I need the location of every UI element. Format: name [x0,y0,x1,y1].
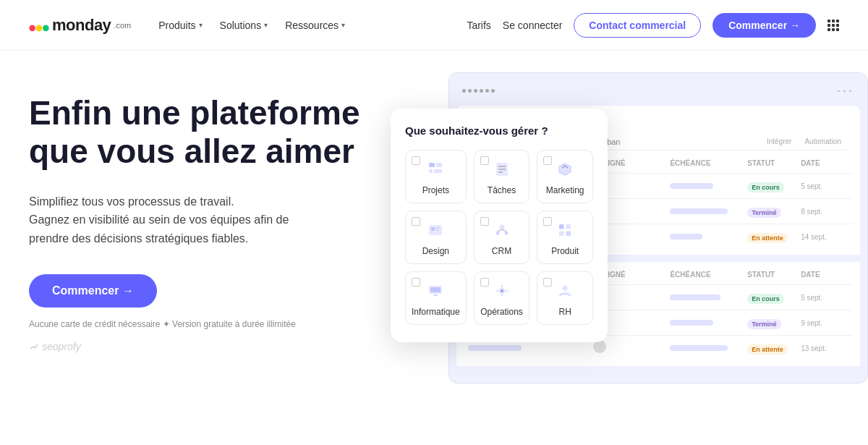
produits-chevron-icon: ▾ [199,21,203,29]
svg-rect-11 [429,225,442,235]
modal-item-design[interactable]: Design [405,211,467,264]
hero-left: Enfin une plateforme que vous allez aime… [29,87,391,445]
svg-point-28 [501,289,503,292]
produit-icon [555,220,575,240]
svg-rect-5 [434,169,442,173]
modal-item-operations[interactable]: Opérations [474,271,530,325]
nav-produits[interactable]: Produits ▾ [151,15,209,35]
hero-subtitle: Simplifiez tous vos processus de travail… [29,192,318,248]
marketing-label: Marketing [546,185,584,195]
modal-item-marketing[interactable]: Marketing [537,150,593,203]
modal-item-projets[interactable]: Projets [405,150,467,203]
date-cell: 5 sept. [801,294,848,302]
contact-commercial-button[interactable]: Contact commercial [574,13,701,38]
design-label: Design [422,246,449,256]
solutions-chevron-icon: ▾ [264,21,268,29]
marketing-icon [555,159,575,179]
echeance-bar [670,345,727,351]
status-badge: Terminé [747,208,780,218]
date-cell: 5 sept. [801,182,848,190]
date-cell: 9 sept. [801,319,848,327]
status-badge: En attente [747,344,788,355]
echeance-bar [670,208,727,214]
more-options-icon: ··· [837,83,854,98]
dashboard-drag-icon [462,89,495,93]
modal-item-rh[interactable]: RH [537,271,593,325]
logo-text: monday [52,16,111,35]
svg-point-17 [504,232,508,235]
navbar-right: Tarifs Se connecter Contact commercial C… [467,13,839,38]
col-statut: Statut [747,159,795,167]
status-badge: En attente [747,233,788,243]
checkbox-design [412,217,420,226]
operations-label: Opérations [480,307,523,317]
checkbox-marketing [543,156,552,165]
svg-rect-6 [436,163,442,167]
status-badge: En cours [747,294,784,304]
modal-item-crm[interactable]: CRM [474,211,530,264]
echeance-bar [670,320,712,326]
checkbox-projets [412,156,420,165]
svg-rect-12 [431,227,435,231]
nav-connecter[interactable]: Se connecter [503,20,563,31]
checkbox-produit [543,217,552,226]
crm-icon [492,220,512,240]
svg-rect-3 [429,163,435,167]
modal-item-produit[interactable]: Produit [537,211,593,264]
hero-title: Enfin une plateforme que vous allez aime… [29,94,362,171]
svg-rect-20 [559,224,564,229]
svg-point-16 [495,232,499,235]
status-badge: En cours [747,182,784,192]
status-badge: Terminé [747,319,780,329]
modal-items-grid: Projets Tâches Marketing [405,150,593,325]
modal-question: Que souhaitez-vous gérer ? [405,124,593,137]
nav-solutions[interactable]: Solutions ▾ [213,15,276,35]
svg-rect-26 [433,294,438,296]
crm-label: CRM [492,246,511,256]
manage-modal: Que souhaitez-vous gérer ? Projets [391,109,608,342]
checkbox-taches [480,156,489,165]
design-icon [425,220,446,240]
checkbox-rh [543,278,552,287]
commencer-button-hero[interactable]: Commencer → [29,274,157,308]
col-date: Date [801,159,848,167]
svg-rect-4 [429,169,433,173]
logo[interactable]: monday.com [29,16,131,35]
automation-label: Automation [799,134,847,150]
hero-note: Aucune carte de crédit nécessaire ✦ Vers… [29,319,391,329]
svg-point-29 [563,286,568,291]
informatique-label: Informatique [412,307,460,317]
apps-grid-icon[interactable] [827,20,839,31]
svg-point-2 [43,25,49,31]
operations-icon [492,281,512,301]
svg-rect-23 [566,232,571,237]
svg-line-18 [498,230,502,232]
projets-label: Projets [422,185,449,195]
col-echeance-2: Échéance [670,271,741,279]
informatique-icon [425,281,446,301]
col-date-2: Date [801,271,848,279]
svg-line-19 [502,230,506,232]
navbar-left: monday.com Produits ▾ Solutions ▾ Ressou… [29,15,352,35]
task-bar [468,345,522,351]
taches-label: Tâches [488,185,516,195]
checkbox-operations [480,278,489,287]
svg-point-0 [29,25,35,31]
echeance-bar [670,294,720,300]
dashboard-header: ··· [449,73,867,106]
checkbox-crm [480,217,489,226]
ressources-chevron-icon: ▾ [341,21,345,29]
navbar: monday.com Produits ▾ Solutions ▾ Ressou… [0,0,868,51]
rh-icon [555,281,575,301]
modal-item-informatique[interactable]: Informatique [405,271,467,325]
produit-label: Produit [551,246,579,256]
hero-section: Enfin une plateforme que vous allez aime… [0,51,868,445]
taches-icon [492,159,512,179]
modal-item-taches[interactable]: Tâches [474,150,530,203]
commencer-button-nav[interactable]: Commencer → [712,13,816,38]
nav-ressources[interactable]: Ressources ▾ [278,15,352,35]
nav-tarifs[interactable]: Tarifs [467,20,490,31]
nav-links: Produits ▾ Solutions ▾ Ressources ▾ [151,15,352,35]
rh-label: RH [559,307,571,317]
date-cell: 13 sept. [801,344,848,352]
